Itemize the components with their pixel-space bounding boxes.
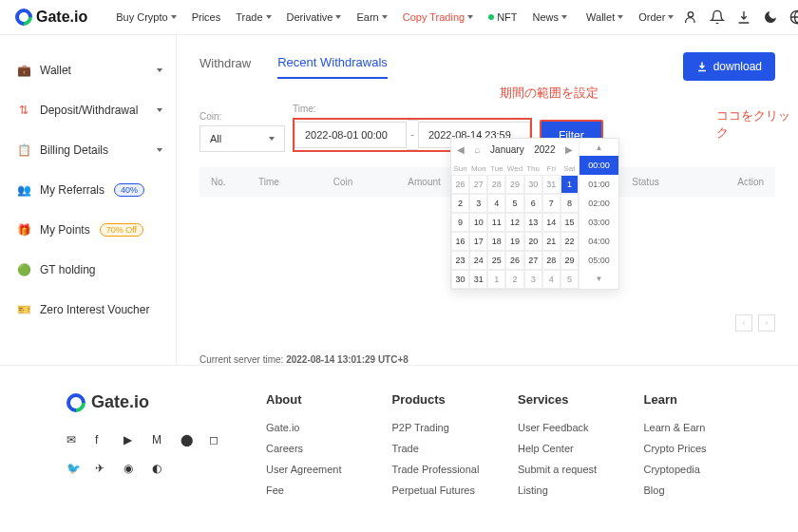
telegram-icon[interactable]: ✈ [95, 462, 110, 477]
cal-day[interactable]: 23 [451, 251, 469, 270]
footer-link[interactable]: Listing [518, 484, 606, 496]
footer-link[interactable]: Gate.io [266, 422, 354, 433]
instagram-icon[interactable]: ◻ [209, 433, 224, 448]
cal-day[interactable]: 4 [542, 270, 560, 289]
cal-time-option[interactable]: 01:00 [580, 175, 618, 194]
cal-day[interactable]: 31 [542, 175, 560, 194]
cal-prev-icon[interactable]: ◀ [457, 144, 465, 155]
cal-day[interactable]: 2 [451, 194, 469, 213]
cal-day[interactable]: 26 [505, 251, 523, 270]
date-from-input[interactable]: 2022-08-01 00:00 [294, 122, 407, 148]
sidebar-item-zero-interest-voucher[interactable]: 🎫Zero Interest Voucher [0, 290, 176, 330]
facebook-icon[interactable]: f [95, 433, 110, 448]
coin-select[interactable]: All [200, 125, 285, 152]
cal-day[interactable]: 29 [505, 175, 523, 194]
twitter-icon[interactable]: 🐦 [66, 462, 82, 477]
nav-trade[interactable]: Trade [230, 8, 276, 27]
footer-link[interactable]: P2P Trading [392, 422, 481, 433]
cal-day[interactable]: 26 [451, 175, 469, 194]
cal-day[interactable]: 4 [487, 194, 505, 213]
nav-wallet[interactable]: Wallet [580, 8, 629, 27]
download-icon[interactable] [736, 10, 751, 25]
cal-time-option[interactable]: 05:00 [580, 251, 618, 270]
cal-day[interactable]: 29 [560, 251, 579, 270]
cal-day[interactable]: 2 [505, 270, 523, 289]
footer-link[interactable]: Cryptopedia [644, 464, 732, 475]
nav-order[interactable]: Order [633, 8, 679, 27]
nav-nft[interactable]: NFT [483, 8, 522, 27]
mail-icon[interactable]: ✉ [66, 433, 82, 448]
sidebar-item-billing-details[interactable]: 📋Billing Details [0, 130, 176, 170]
moon-icon[interactable] [763, 10, 778, 25]
pager-next[interactable]: › [758, 314, 775, 332]
sidebar-item-my-referrals[interactable]: 👥My Referrals40% [0, 170, 176, 210]
footer-link[interactable]: Trade [392, 443, 481, 454]
cal-day[interactable]: 30 [451, 270, 469, 289]
tab-withdraw[interactable]: Withdraw [200, 56, 251, 78]
medium-icon[interactable]: M [152, 433, 167, 448]
user-icon[interactable] [683, 10, 698, 25]
footer-logo[interactable]: Gate.io [66, 392, 228, 412]
cal-day[interactable]: 14 [542, 213, 560, 232]
cal-day[interactable]: 28 [542, 251, 560, 270]
cal-next-icon[interactable]: ▶ [565, 144, 573, 155]
footer-link[interactable]: User Feedback [518, 422, 606, 433]
sidebar-item-deposit-withdrawal[interactable]: ⇅Deposit/Withdrawal [0, 90, 176, 130]
cal-day[interactable]: 10 [469, 213, 487, 232]
cal-time-down-icon[interactable]: ▼ [580, 270, 618, 287]
cal-time-option[interactable]: 03:00 [580, 213, 618, 232]
nav-news[interactable]: News [527, 8, 574, 27]
footer-link[interactable]: Fee [266, 484, 354, 496]
cal-time-option[interactable]: 02:00 [580, 194, 618, 213]
cal-day[interactable]: 16 [451, 232, 469, 251]
cal-year[interactable]: 2022 [534, 144, 555, 155]
cal-month[interactable]: January [490, 144, 524, 155]
cal-day[interactable]: 19 [505, 232, 523, 251]
bell-icon[interactable] [710, 10, 725, 25]
footer-link[interactable]: Perpetual Futures [392, 484, 481, 496]
cal-day[interactable]: 3 [524, 270, 542, 289]
cal-day[interactable]: 24 [469, 251, 487, 270]
cal-day[interactable]: 6 [524, 194, 542, 213]
cal-day[interactable]: 30 [524, 175, 542, 194]
cal-day[interactable]: 5 [505, 194, 523, 213]
footer-link[interactable]: Help Center [518, 443, 606, 454]
cal-day[interactable]: 1 [560, 175, 579, 194]
cal-day[interactable]: 1 [487, 270, 505, 289]
footer-link[interactable]: Blog [644, 484, 732, 496]
discord-icon[interactable]: ⬤ [180, 433, 196, 448]
cal-day[interactable]: 12 [505, 213, 523, 232]
cal-day[interactable]: 27 [524, 251, 542, 270]
cal-day[interactable]: 13 [524, 213, 542, 232]
cal-day[interactable]: 3 [469, 194, 487, 213]
cal-day[interactable]: 31 [469, 270, 487, 289]
footer-link[interactable]: User Agreement [266, 464, 354, 475]
cal-day[interactable]: 28 [487, 175, 505, 194]
nav-earn[interactable]: Earn [351, 8, 392, 27]
nav-derivative[interactable]: Derivative [281, 8, 348, 27]
cal-day[interactable]: 25 [487, 251, 505, 270]
cal-day[interactable]: 18 [487, 232, 505, 251]
globe-icon[interactable] [789, 10, 798, 25]
nav-copy-trading[interactable]: Copy Trading [397, 8, 479, 27]
cal-day[interactable]: 15 [560, 213, 579, 232]
reddit-icon[interactable]: ◉ [124, 462, 139, 477]
footer-link[interactable]: Careers [266, 443, 354, 454]
footer-link[interactable]: Learn & Earn [644, 422, 732, 433]
sidebar-item-wallet[interactable]: 💼Wallet [0, 50, 176, 90]
tab-recent-withdrawals[interactable]: Recent Withdrawals [277, 55, 388, 79]
cal-time-up-icon[interactable]: ▲ [580, 139, 618, 156]
weibo-icon[interactable]: ◐ [152, 462, 167, 477]
cal-day[interactable]: 20 [524, 232, 542, 251]
cal-time-option[interactable]: 00:00 [580, 156, 618, 175]
footer-link[interactable]: Crypto Prices [644, 443, 732, 454]
cal-day[interactable]: 17 [469, 232, 487, 251]
cal-day[interactable]: 27 [469, 175, 487, 194]
nav-buy-crypto[interactable]: Buy Crypto [110, 8, 181, 27]
cal-day[interactable]: 21 [542, 232, 560, 251]
footer-link[interactable]: Trade Professional [392, 464, 481, 475]
cal-day[interactable]: 11 [487, 213, 505, 232]
cal-day[interactable]: 9 [451, 213, 469, 232]
nav-prices[interactable]: Prices [186, 8, 227, 27]
pager-prev[interactable]: ‹ [735, 314, 752, 332]
